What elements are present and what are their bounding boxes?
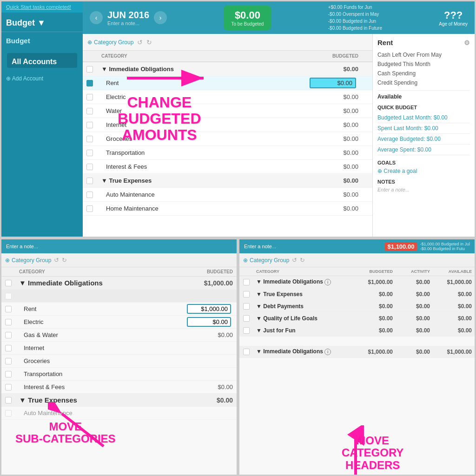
row-checkbox[interactable] bbox=[5, 410, 12, 416]
sidebar-budget-btn[interactable]: Budget bbox=[1, 32, 83, 49]
budgeted-last-month-row[interactable]: Budgeted Last Month: $0.00 bbox=[377, 112, 470, 123]
row-checkbox[interactable] bbox=[243, 315, 250, 322]
category-group-button[interactable]: ⊕ Category Group bbox=[87, 39, 133, 46]
main-content: ‹ JUN 2016 Enter a note... › $0.00 To be… bbox=[83, 1, 475, 237]
checkbox-cell[interactable] bbox=[83, 178, 97, 184]
group-activity: $0.00 bbox=[396, 303, 433, 310]
category-name: Rent bbox=[97, 78, 307, 88]
table-row: ▼ True Expenses $0.00 $0.00 $0.00 bbox=[239, 288, 475, 300]
checkbox-cell[interactable] bbox=[1, 332, 15, 338]
category-name: Auto Maintenance bbox=[15, 408, 181, 418]
row-checkbox[interactable] bbox=[5, 293, 12, 299]
checkbox-cell[interactable] bbox=[83, 94, 97, 100]
add-account-button[interactable]: ⊕ Add Account bbox=[1, 72, 83, 86]
row-checkbox[interactable] bbox=[86, 80, 93, 86]
budget-dropdown-icon[interactable]: ▼ bbox=[37, 18, 46, 28]
enter-note-bar[interactable]: Enter a note... bbox=[244, 244, 276, 249]
checkbox-cell[interactable] bbox=[1, 280, 15, 286]
checkbox-cell[interactable] bbox=[1, 293, 15, 299]
undo-icon[interactable]: ↺ bbox=[292, 257, 297, 264]
row-checkbox[interactable] bbox=[86, 122, 93, 128]
row-checkbox[interactable] bbox=[5, 280, 12, 286]
row-checkbox[interactable] bbox=[86, 94, 93, 100]
category-group-button[interactable]: ⊕ Category Group bbox=[243, 257, 289, 264]
row-checkbox[interactable] bbox=[5, 319, 12, 325]
checkbox-cell[interactable] bbox=[83, 164, 97, 170]
row-checkbox[interactable] bbox=[86, 205, 93, 212]
checkbox-cell[interactable] bbox=[239, 291, 253, 298]
sidebar-all-accounts[interactable]: All Accounts bbox=[7, 53, 77, 68]
undo-icon[interactable]: ↺ bbox=[137, 39, 143, 46]
redo-icon[interactable]: ↻ bbox=[62, 257, 67, 264]
checkbox-cell[interactable] bbox=[1, 319, 15, 325]
month-note[interactable]: Enter a note... bbox=[107, 20, 149, 26]
row-checkbox[interactable] bbox=[86, 178, 93, 184]
redo-icon[interactable]: ↻ bbox=[300, 257, 305, 264]
next-month-button[interactable]: › bbox=[154, 11, 167, 24]
row-checkbox[interactable] bbox=[243, 291, 250, 298]
create-goal-button[interactable]: ⊕ Create a goal bbox=[377, 168, 470, 174]
checkbox-cell[interactable] bbox=[83, 150, 97, 156]
budgeted-input[interactable] bbox=[310, 78, 356, 88]
checkbox-cell[interactable] bbox=[83, 136, 97, 142]
enter-note-bar[interactable]: Enter a note... bbox=[6, 244, 38, 249]
electric-input[interactable] bbox=[187, 317, 231, 327]
checkbox-cell[interactable] bbox=[239, 315, 253, 322]
activity-header: ACTIVITY bbox=[396, 269, 433, 274]
undo-icon[interactable]: ↺ bbox=[54, 257, 59, 264]
category-name: Interest & Fees bbox=[97, 161, 307, 172]
checkbox-cell[interactable] bbox=[83, 66, 97, 73]
row-checkbox[interactable] bbox=[243, 303, 250, 310]
checkbox-cell[interactable] bbox=[83, 205, 97, 212]
category-group-label: Category Group bbox=[94, 39, 133, 46]
checkbox-cell[interactable] bbox=[1, 371, 15, 377]
row-checkbox[interactable] bbox=[5, 332, 12, 338]
checkbox-cell[interactable] bbox=[1, 345, 15, 351]
panel-top-bar: Enter a note... bbox=[1, 239, 237, 253]
row-checkbox[interactable] bbox=[5, 384, 12, 390]
checkbox-cell[interactable] bbox=[239, 349, 253, 355]
prev-month-button[interactable]: ‹ bbox=[90, 11, 103, 24]
checkbox-cell[interactable] bbox=[83, 108, 97, 114]
row-checkbox[interactable] bbox=[5, 358, 12, 364]
checkbox-cell[interactable] bbox=[83, 122, 97, 128]
checkbox-cell[interactable] bbox=[1, 384, 15, 390]
row-checkbox[interactable] bbox=[243, 349, 250, 355]
budgeted-cell[interactable] bbox=[181, 304, 237, 314]
average-budgeted-row[interactable]: Average Budgeted: $0.00 bbox=[377, 134, 470, 145]
checkbox-cell[interactable] bbox=[239, 279, 253, 285]
checkbox-cell[interactable] bbox=[83, 80, 97, 86]
redo-icon[interactable]: ↻ bbox=[146, 39, 152, 46]
checkbox-cell[interactable] bbox=[239, 327, 253, 334]
notes-input[interactable]: Enter a note... bbox=[377, 187, 470, 192]
category-group-button[interactable]: ⊕ Category Group bbox=[5, 257, 51, 264]
row-checkbox[interactable] bbox=[86, 136, 93, 142]
budgeted-cell[interactable] bbox=[181, 317, 237, 327]
rent-input[interactable] bbox=[187, 304, 231, 314]
row-checkbox[interactable] bbox=[243, 327, 250, 334]
row-checkbox[interactable] bbox=[5, 397, 12, 403]
average-spent-row[interactable]: Average Spent: $0.00 bbox=[377, 145, 470, 155]
row-checkbox[interactable] bbox=[5, 371, 12, 377]
checkbox-cell[interactable] bbox=[1, 410, 15, 416]
row-checkbox[interactable] bbox=[86, 108, 93, 114]
checkbox-cell[interactable] bbox=[1, 397, 15, 403]
budgeted-cell[interactable] bbox=[307, 78, 363, 88]
checkbox-cell[interactable] bbox=[239, 303, 253, 310]
row-checkbox[interactable] bbox=[86, 66, 93, 73]
row-checkbox[interactable] bbox=[86, 192, 93, 198]
checkbox-cell[interactable] bbox=[1, 358, 15, 364]
gear-icon[interactable]: ⚙ bbox=[464, 39, 470, 46]
row-checkbox[interactable] bbox=[243, 279, 250, 285]
spent-last-month-row[interactable]: Spent Last Month: $0.00 bbox=[377, 123, 470, 134]
row-checkbox[interactable] bbox=[86, 164, 93, 170]
row-checkbox[interactable] bbox=[5, 345, 12, 351]
checkbox-cell[interactable] bbox=[83, 192, 97, 198]
group-budgeted: $0.00 bbox=[181, 397, 237, 404]
cash-left-over-row: Cash Left Over From May bbox=[377, 50, 470, 60]
month-nav: ‹ JUN 2016 Enter a note... › bbox=[90, 10, 167, 26]
row-checkbox[interactable] bbox=[86, 150, 93, 156]
checkbox-cell[interactable] bbox=[1, 306, 15, 312]
row-checkbox[interactable] bbox=[5, 306, 12, 312]
quick-start-link[interactable]: Quick Start tasks completed! bbox=[1, 1, 83, 13]
